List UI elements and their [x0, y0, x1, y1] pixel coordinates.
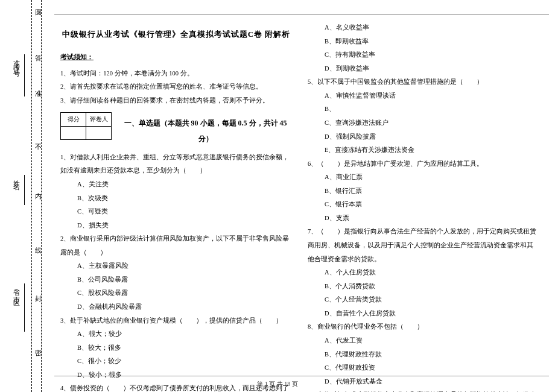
- seal-mark: 密: [34, 344, 43, 345]
- question-text: 2、商业银行采用内部评级法计算信用风险加权资产，以下不属于非零售风险暴露的是（ …: [60, 232, 292, 259]
- option: A、个人住房贷款: [308, 266, 539, 280]
- id-field-line: [24, 54, 25, 96]
- id-field-label: 准考证号: [12, 54, 21, 69]
- seal-mark: 圆: [34, 4, 43, 5]
- seal-mark: 不: [34, 139, 43, 140]
- option: C、查询涉嫌违法账户: [308, 116, 539, 130]
- name-field-line: [24, 175, 25, 205]
- option: B、公司风险暴露: [60, 273, 292, 287]
- seal-mark: 封: [34, 289, 43, 291]
- option: D、金融机构风险暴露: [60, 300, 292, 314]
- option: B、即期收益率: [308, 35, 539, 49]
- exam-title: 中级银行从业考试《银行管理》全真模拟考试试题C卷 附解析: [60, 26, 292, 43]
- option: B、个人消费贷款: [308, 280, 539, 294]
- option: A、关注类: [60, 178, 292, 192]
- option: D、自营性个人住房贷款: [308, 307, 539, 321]
- score-table: 得分 评卷人: [60, 112, 112, 140]
- score-cell-label: 得分: [61, 113, 86, 127]
- header-rule: [54, 14, 549, 15]
- region-field-line: [24, 283, 25, 332]
- question-text: 8、商业银行的代理业务不包括（ ）: [308, 320, 539, 334]
- seal-mark: 线: [34, 241, 43, 242]
- option: B、次级类: [60, 192, 292, 206]
- dashed-rule-1: [31, 0, 32, 392]
- question-text: 5、以下不属于中国银监会的其他监督管理措施的是（ ）: [308, 75, 539, 89]
- page-footer: 第 1 页 共 18 页: [0, 380, 555, 388]
- score-cell-blank: [86, 126, 112, 139]
- question-text: 9、主体对银行业金融机构审查董事和高级管理人员的任职资格的申请，银监会应当在自收…: [308, 388, 539, 392]
- binding-column: 圆 答 准 不 内 线 封 密 准考证号 姓名 省（市区）: [0, 0, 54, 392]
- right-column: A、名义收益率 B、即期收益率 C、持有期收益率 D、到期收益率 5、以下不属于…: [302, 21, 549, 371]
- page-body: 中级银行从业考试《银行管理》全真模拟考试试题C卷 附解析 考试须知： 1、考试时…: [54, 21, 549, 371]
- score-cell-blank: [61, 126, 86, 139]
- name-field-label: 姓名: [12, 175, 21, 182]
- option: A、名义收益率: [308, 21, 539, 35]
- option: D、损失类: [60, 219, 292, 233]
- region-field-label: 省（市区）: [12, 283, 21, 302]
- option: D、到期收益率: [308, 62, 539, 76]
- notice-item: 3、请仔细阅读各种题目的回答要求，在密封线内答题，否则不予评分。: [60, 94, 292, 108]
- option: B、较大；很多: [60, 341, 292, 355]
- option: A、审慎性监督管理谈话: [308, 89, 539, 103]
- score-cell-label: 评卷人: [86, 113, 112, 127]
- left-column: 中级银行从业考试《银行管理》全真模拟考试试题C卷 附解析 考试须知： 1、考试时…: [54, 21, 302, 371]
- option: A、代发工资: [308, 334, 539, 348]
- seal-mark: 准: [34, 84, 43, 86]
- question-text: 6、（ ）是异地结算中广受欢迎、广为应用的结算工具。: [308, 157, 539, 171]
- option: A、商业汇票: [308, 171, 539, 185]
- option: E、直接冻结有关涉嫌违法资金: [308, 144, 539, 157]
- option: B、代理财政性存款: [308, 348, 539, 362]
- option: A、很大；较少: [60, 327, 292, 341]
- option: D、支票: [308, 212, 539, 226]
- option: D、强制风险披露: [308, 130, 539, 144]
- question-text: 1、对借款人利用企业兼并、重组、分立等形式恶意逃废银行债务的授信余额，如没有逾期…: [60, 151, 292, 178]
- option: C、很小；较少: [60, 355, 292, 368]
- option: C、个人经营类贷款: [308, 293, 539, 307]
- seal-mark: 答: [34, 49, 43, 51]
- question-text: 7、（ ）是指银行向从事合法生产经营的个人发放的，用于定向购买或租赁商用房、机械…: [308, 225, 539, 266]
- option: B、银行汇票: [308, 185, 539, 198]
- option: C、可疑类: [60, 205, 292, 219]
- dashed-rule-2: [41, 0, 42, 392]
- question-text: 3、处于补缺式地位的商业银行资产规模（ ），提供的信贷产品（ ）: [60, 314, 292, 328]
- seal-mark: 内: [34, 187, 43, 188]
- option: C、代理财政投资: [308, 361, 539, 375]
- option: C、持有期收益率: [308, 48, 539, 62]
- section-title: 一、单选题（本题共 90 小题，每题 0.5 分，共计 45 分）: [119, 116, 292, 147]
- option: C、股权风险暴露: [60, 286, 292, 300]
- notice-item: 2、请首先按要求在试卷的指定位置填写您的姓名、准考证号等信息。: [60, 80, 292, 94]
- option: C、银行本票: [308, 198, 539, 212]
- notice-heading: 考试须知：: [60, 50, 292, 65]
- notice-item: 1、考试时间：120 分钟，本卷满分为 100 分。: [60, 67, 292, 81]
- option: A、主权暴露风险: [60, 259, 292, 273]
- option: B、: [308, 103, 539, 116]
